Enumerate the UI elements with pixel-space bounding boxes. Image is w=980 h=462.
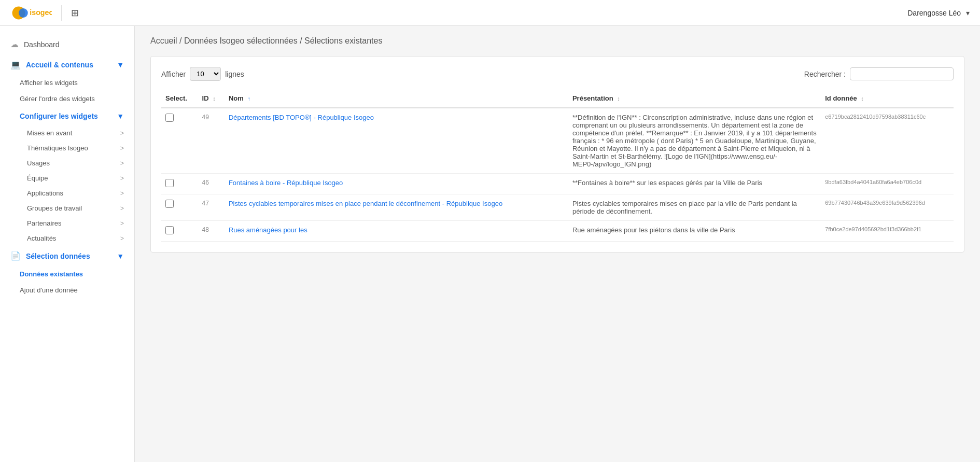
sidebar-item-usages[interactable]: Usages > xyxy=(0,156,134,171)
user-area[interactable]: Darengosse Léo ▾ xyxy=(907,9,970,17)
main-content: Accueil / Données Isogeo sélectionnées /… xyxy=(135,26,980,462)
show-label: Afficher xyxy=(161,70,186,78)
equipe-chevron-icon: > xyxy=(120,175,124,182)
breadcrumb-part-2: Sélections existantes xyxy=(304,36,382,45)
breadcrumb-sep-0: / xyxy=(179,36,184,45)
grid-icon[interactable]: ⊞ xyxy=(71,7,79,19)
table-row: 47Pistes cyclables temporaires mises en … xyxy=(161,194,954,221)
table-row: 46Fontaines à boire - République Isogeo*… xyxy=(161,174,954,194)
row-presentation: Pistes cyclables temporaires mises en pl… xyxy=(568,194,821,221)
sidebar-item-applications[interactable]: Applications > xyxy=(0,186,134,201)
selection-chevron-icon: ▼ xyxy=(117,252,124,260)
col-id-donnee[interactable]: Id donnée ↕ xyxy=(821,89,954,108)
user-name-label[interactable]: Darengosse Léo xyxy=(907,9,961,17)
table-row: 49Départements [BD TOPO®] - République I… xyxy=(161,108,954,174)
user-chevron-icon[interactable]: ▾ xyxy=(966,9,970,17)
configurer-label: Configurer les widgets xyxy=(20,112,98,120)
svg-text:isogeo: isogeo xyxy=(30,8,52,17)
actualites-chevron-icon: > xyxy=(120,235,124,242)
table-controls-right: Rechercher : xyxy=(804,67,954,80)
accueil-icon: 💻 xyxy=(10,60,21,69)
sidebar-item-accueil[interactable]: 💻 Accueil & contenus ▼ xyxy=(0,54,134,75)
row-checkbox[interactable] xyxy=(165,114,174,122)
row-nom[interactable]: Pistes cyclables temporaires mises en pl… xyxy=(225,194,568,221)
row-id: 49 xyxy=(198,108,225,174)
col-presentation-sort-icon: ↕ xyxy=(617,95,620,102)
row-id: 46 xyxy=(198,174,225,194)
table-body: 49Départements [BD TOPO®] - République I… xyxy=(161,108,954,242)
accueil-label: Accueil & contenus xyxy=(26,61,93,69)
sidebar-item-gerer-ordre[interactable]: Gérer l'ordre des widgets xyxy=(0,91,134,107)
row-id-donnee: e6719bca2812410d97598ab38311c60c xyxy=(821,108,954,174)
topbar: isogeo ⊞ Darengosse Léo ▾ xyxy=(0,0,980,26)
usages-chevron-icon: > xyxy=(120,160,124,167)
show-select[interactable]: 5 10 25 50 100 xyxy=(190,67,221,81)
row-checkbox[interactable] xyxy=(165,200,174,208)
row-id-donnee: 69b77430746b43a39e639fa9d562396d xyxy=(821,194,954,221)
sidebar-item-ajout-donnee[interactable]: Ajout d'une donnée xyxy=(0,282,134,298)
row-presentation: Rue aménagées pour les piétons dans la v… xyxy=(568,221,821,242)
table-header: Select. ID ↕ Nom ↑ Présentation ↕ xyxy=(161,89,954,108)
sidebar-item-groupes-travail[interactable]: Groupes de travail > xyxy=(0,201,134,216)
layout: ☁ Dashboard 💻 Accueil & contenus ▼ Affic… xyxy=(0,26,980,462)
dashboard-icon: ☁ xyxy=(10,39,19,49)
accueil-chevron-icon: ▼ xyxy=(117,61,124,69)
row-presentation: **Définition de l'IGN** : Circonscriptio… xyxy=(568,108,821,174)
col-id-sort-icon: ↕ xyxy=(213,95,216,102)
configurer-chevron-icon: ▼ xyxy=(117,112,124,120)
col-presentation[interactable]: Présentation ↕ xyxy=(568,89,821,108)
sidebar-dashboard-label: Dashboard xyxy=(24,40,60,49)
lines-label: lignes xyxy=(225,70,244,78)
selection-icon: 📄 xyxy=(10,251,21,261)
sidebar-item-actualites[interactable]: Actualités > xyxy=(0,231,134,246)
row-checkbox[interactable] xyxy=(165,179,174,187)
row-presentation: **Fontaines à boire** sur les espaces gé… xyxy=(568,174,821,194)
main-card: Afficher 5 10 25 50 100 lignes Recherche… xyxy=(150,56,964,253)
row-nom[interactable]: Départements [BD TOPO®] - République Iso… xyxy=(225,108,568,174)
row-id-donnee: 9bdfa63fbd4a4041a60fa6a4eb706c0d xyxy=(821,174,954,194)
sidebar-item-selection[interactable]: 📄 Sélection données ▼ xyxy=(0,246,134,266)
logo-area[interactable]: isogeo ⊞ xyxy=(10,4,79,22)
selection-label: Sélection données xyxy=(26,252,90,260)
row-nom[interactable]: Rues aménagées pour les xyxy=(225,221,568,242)
col-id[interactable]: ID ↕ xyxy=(198,89,225,108)
row-id-donnee: 7fb0ce2de97d405692bd1f3d366bb2f1 xyxy=(821,221,954,242)
data-table: Select. ID ↕ Nom ↑ Présentation ↕ xyxy=(161,89,954,242)
sidebar-item-mises-en-avant[interactable]: Mises en avant > xyxy=(0,125,134,141)
sidebar-item-donnees-existantes[interactable]: Données existantes xyxy=(0,266,134,282)
col-nom[interactable]: Nom ↑ xyxy=(225,89,568,108)
table-controls-left: Afficher 5 10 25 50 100 lignes xyxy=(161,67,244,81)
breadcrumb-part-1: Données Isogeo sélectionnées xyxy=(184,36,298,45)
row-id: 48 xyxy=(198,221,225,242)
row-id: 47 xyxy=(198,194,225,221)
applications-chevron-icon: > xyxy=(120,190,124,197)
table-row: 48Rues aménagées pour lesRue aménagées p… xyxy=(161,221,954,242)
col-iddata-sort-icon: ↕ xyxy=(861,95,864,102)
col-select: Select. xyxy=(161,89,198,108)
mises-en-avant-chevron-icon: > xyxy=(120,130,124,137)
search-input[interactable] xyxy=(850,67,954,80)
sidebar-item-dashboard[interactable]: ☁ Dashboard xyxy=(0,34,134,54)
svg-point-1 xyxy=(19,8,28,18)
sidebar-item-thematiques[interactable]: Thématiques Isogeo > xyxy=(0,141,134,156)
sidebar: ☁ Dashboard 💻 Accueil & contenus ▼ Affic… xyxy=(0,26,135,462)
breadcrumb-sep-1: / xyxy=(300,36,304,45)
row-checkbox[interactable] xyxy=(165,226,174,234)
sidebar-item-configurer[interactable]: Configurer les widgets ▼ xyxy=(0,107,134,125)
search-label: Rechercher : xyxy=(804,70,846,78)
thematiques-chevron-icon: > xyxy=(120,145,124,152)
sidebar-item-partenaires[interactable]: Partenaires > xyxy=(0,216,134,231)
row-nom[interactable]: Fontaines à boire - République Isogeo xyxy=(225,174,568,194)
breadcrumb: Accueil / Données Isogeo sélectionnées /… xyxy=(150,36,964,46)
table-controls: Afficher 5 10 25 50 100 lignes Recherche… xyxy=(161,67,954,81)
isogeo-logo[interactable]: isogeo xyxy=(10,4,52,22)
sidebar-item-equipe[interactable]: Équipe > xyxy=(0,171,134,186)
sidebar-item-afficher-widgets[interactable]: Afficher les widgets xyxy=(0,75,134,91)
groupes-travail-chevron-icon: > xyxy=(120,205,124,212)
breadcrumb-part-0: Accueil xyxy=(150,36,177,45)
partenaires-chevron-icon: > xyxy=(120,220,124,227)
col-nom-sort-icon: ↑ xyxy=(247,95,250,102)
